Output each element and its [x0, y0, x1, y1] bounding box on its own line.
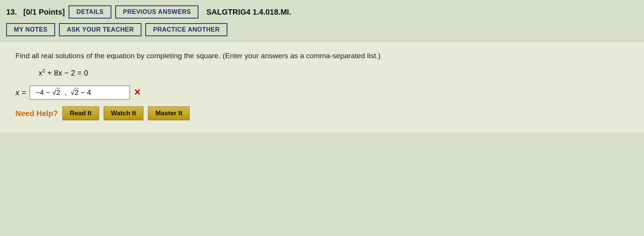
- master-it-button[interactable]: Master It: [148, 106, 190, 120]
- answer-box: −4 − √2 , √2 − 4: [30, 86, 130, 99]
- problem-instruction: Find all real solutions of the equation …: [15, 51, 629, 62]
- top-bar: 13. [0/1 Points] DETAILS PREVIOUS ANSWER…: [0, 0, 644, 22]
- incorrect-icon: ✕: [134, 88, 141, 98]
- ask-teacher-button[interactable]: ASK YOUR TEACHER: [59, 23, 141, 36]
- my-notes-button[interactable]: MY NOTES: [6, 23, 55, 36]
- content-area: Find all real solutions of the equation …: [0, 41, 644, 133]
- equation-display: x2 + 8x − 2 = 0: [39, 68, 629, 78]
- practice-another-button[interactable]: PRACTICE ANOTHER: [145, 23, 227, 36]
- details-button[interactable]: DETAILS: [69, 5, 111, 19]
- need-help-row: Need Help? Read It Watch It Master It: [15, 106, 629, 120]
- need-help-label: Need Help?: [15, 109, 58, 118]
- x-equals-label: x =: [15, 88, 26, 97]
- question-number: 13. [0/1 Points]: [6, 8, 65, 17]
- reference-id: SALGTRIG4 1.4.018.MI.: [206, 8, 291, 17]
- answer-row: x = −4 − √2 , √2 − 4 ✕: [15, 86, 629, 99]
- second-row: MY NOTES ASK YOUR TEACHER PRACTICE ANOTH…: [0, 22, 644, 41]
- previous-answers-button[interactable]: PREVIOUS ANSWERS: [115, 5, 198, 19]
- watch-it-button[interactable]: Watch It: [104, 106, 143, 120]
- read-it-button[interactable]: Read It: [62, 106, 99, 120]
